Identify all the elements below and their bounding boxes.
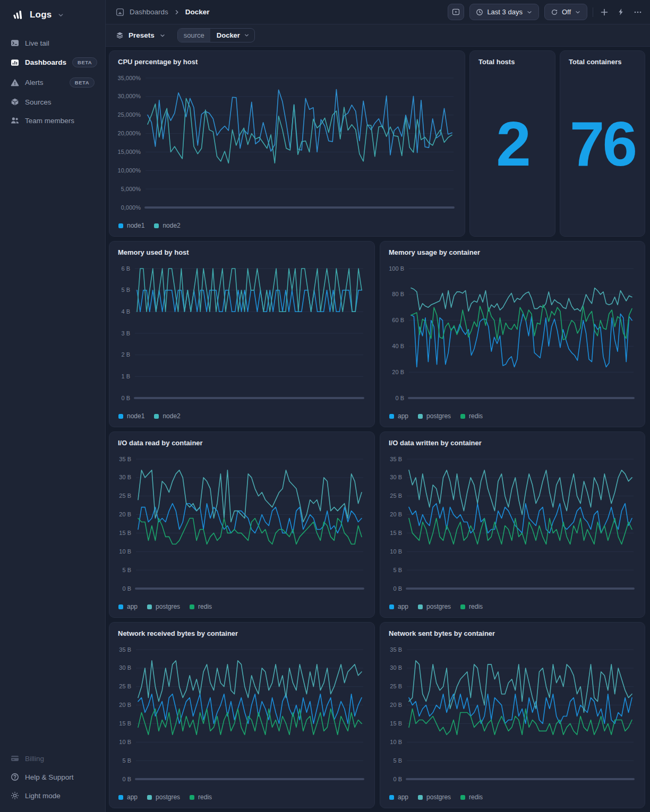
chart-canvas: 35 B30 B25 B20 B15 B10 B5 B0 B <box>118 645 366 784</box>
chart-title: Memory used by host <box>118 248 366 256</box>
stat-card-total-containers: Total containers 76 <box>560 50 645 237</box>
svg-text:5 B: 5 B <box>121 287 130 293</box>
legend-item-app[interactable]: app <box>389 793 408 801</box>
svg-text:30 B: 30 B <box>390 664 402 671</box>
legend-label: app <box>398 793 408 801</box>
legend-item-app[interactable]: app <box>118 793 138 801</box>
legend-label: postgres <box>426 412 451 420</box>
legend-item-postgres[interactable]: postgres <box>418 793 451 801</box>
legend-item-postgres[interactable]: postgres <box>418 412 451 420</box>
io-written-line-chart[interactable]: 35 B30 B25 B20 B15 B10 B5 B0 B <box>389 454 636 593</box>
svg-text:5 B: 5 B <box>393 757 402 764</box>
sidebar-item-label: Sources <box>25 98 52 106</box>
legend-item-redis[interactable]: redis <box>190 793 212 801</box>
legend-item-redis[interactable]: redis <box>460 412 483 420</box>
svg-text:20 B: 20 B <box>119 511 131 517</box>
sidebar-item-label: Billing <box>25 755 44 763</box>
legend-label: node2 <box>162 412 180 420</box>
legend-label: redis <box>469 793 483 801</box>
legend-label: redis <box>469 603 483 610</box>
warning-triangle-icon <box>11 79 19 87</box>
filter-value: Docker <box>217 31 240 39</box>
legend-item-postgres[interactable]: postgres <box>147 603 180 610</box>
legend-swatch <box>190 604 194 609</box>
breadcrumb: Dashboards Docker <box>116 8 210 16</box>
io-read-line-chart[interactable]: 35 B30 B25 B20 B15 B10 B5 B0 B <box>118 454 366 593</box>
sidebar-item-sources[interactable]: Sources <box>5 93 100 111</box>
net-sent-line-chart[interactable]: 35 B30 B25 B20 B15 B10 B5 B0 B <box>389 645 636 784</box>
legend-item-redis[interactable]: redis <box>190 603 212 610</box>
svg-text:3 B: 3 B <box>121 330 130 336</box>
legend-label: app <box>127 793 138 801</box>
sidebar-item-label: Dashboards <box>25 58 66 66</box>
legend-item-postgres[interactable]: postgres <box>418 603 451 610</box>
presentation-mode-button[interactable] <box>448 4 464 20</box>
legend-item-node1[interactable]: node1 <box>118 412 144 420</box>
cpu-line-chart[interactable]: 35,000%30,000%25,000%20,000%15,000%10,00… <box>118 73 456 212</box>
legend-label: node1 <box>127 412 144 420</box>
legend-swatch <box>118 795 123 800</box>
sidebar-item-light-mode[interactable]: Light mode <box>5 787 100 805</box>
legend-label: node2 <box>162 222 180 229</box>
refresh-icon <box>551 8 558 16</box>
legend-label: app <box>127 603 138 610</box>
sidebar-item-team-members[interactable]: Team members <box>5 111 100 129</box>
presets-dropdown[interactable]: Presets <box>116 31 166 39</box>
svg-text:20 B: 20 B <box>390 511 402 517</box>
svg-text:0 B: 0 B <box>393 585 402 592</box>
legend-label: app <box>398 412 408 420</box>
refresh-interval-button[interactable]: Off <box>544 4 587 20</box>
svg-text:15 B: 15 B <box>390 720 402 727</box>
legend-item-app[interactable]: app <box>389 603 408 610</box>
svg-text:6 B: 6 B <box>121 265 130 272</box>
quick-actions-button[interactable] <box>615 7 627 17</box>
bar-chart-icon <box>11 58 19 67</box>
add-widget-button[interactable] <box>598 7 610 18</box>
legend-item-node2[interactable]: node2 <box>154 412 180 420</box>
legend-item-app[interactable]: app <box>389 412 408 420</box>
legend-item-node1[interactable]: node1 <box>118 222 144 229</box>
sidebar-item-billing[interactable]: Billing <box>5 749 100 767</box>
svg-text:20 B: 20 B <box>390 702 402 708</box>
legend-label: redis <box>198 603 212 610</box>
legend-item-redis[interactable]: redis <box>460 603 483 610</box>
source-filter-chip[interactable]: source Docker <box>177 28 255 42</box>
users-icon <box>11 116 19 125</box>
logo-row[interactable]: Logs <box>0 0 105 31</box>
chart-card-net-sent: Network sent bytes by container 35 B30 B… <box>380 622 645 808</box>
more-options-button[interactable] <box>632 7 644 18</box>
legend-swatch <box>190 795 194 800</box>
chart-canvas: 35 B30 B25 B20 B15 B10 B5 B0 B <box>389 454 636 593</box>
chart-card-io-written: I/O data written by container 35 B30 B25… <box>380 431 645 618</box>
sidebar-item-alerts[interactable]: Alerts BETA <box>5 73 100 92</box>
svg-text:1 B: 1 B <box>121 373 130 379</box>
svg-text:30 B: 30 B <box>119 664 131 671</box>
time-range-button[interactable]: Last 3 days <box>469 4 539 20</box>
legend-item-redis[interactable]: redis <box>460 793 483 801</box>
memory-container-line-chart[interactable]: 100 B80 B60 B40 B20 B0 B <box>389 264 636 403</box>
svg-text:15,000%: 15,000% <box>118 149 141 155</box>
memory-host-line-chart[interactable]: 6 B5 B4 B3 B2 B1 B0 B <box>118 264 366 403</box>
chart-title: Network received bytes by container <box>118 629 366 637</box>
sun-icon <box>11 791 19 800</box>
net-received-line-chart[interactable]: 35 B30 B25 B20 B15 B10 B5 B0 B <box>118 645 366 784</box>
svg-text:100 B: 100 B <box>389 265 404 272</box>
breadcrumb-dashboards-link[interactable]: Dashboards <box>130 8 168 16</box>
legend-swatch <box>389 414 394 419</box>
chart-legend: node1node2 <box>118 222 181 229</box>
legend-item-node2[interactable]: node2 <box>154 222 180 229</box>
sidebar: Logs Live tail Dashboards BETA <box>0 0 106 812</box>
sidebar-item-live-tail[interactable]: Live tail <box>5 34 100 52</box>
legend-item-postgres[interactable]: postgres <box>147 793 180 801</box>
legend-swatch <box>147 604 152 609</box>
sidebar-item-dashboards[interactable]: Dashboards BETA <box>5 53 100 72</box>
svg-text:25 B: 25 B <box>119 493 131 499</box>
app-root: Logs Live tail Dashboards BETA <box>0 0 650 812</box>
legend-swatch <box>418 795 423 800</box>
sidebar-item-help-support[interactable]: Help & Support <box>5 768 100 786</box>
legend-item-app[interactable]: app <box>118 603 138 610</box>
chart-legend: apppostgresredis <box>389 603 483 610</box>
legend-swatch <box>118 223 123 228</box>
dashboard-board-icon <box>116 8 124 16</box>
svg-text:25,000%: 25,000% <box>118 111 141 118</box>
